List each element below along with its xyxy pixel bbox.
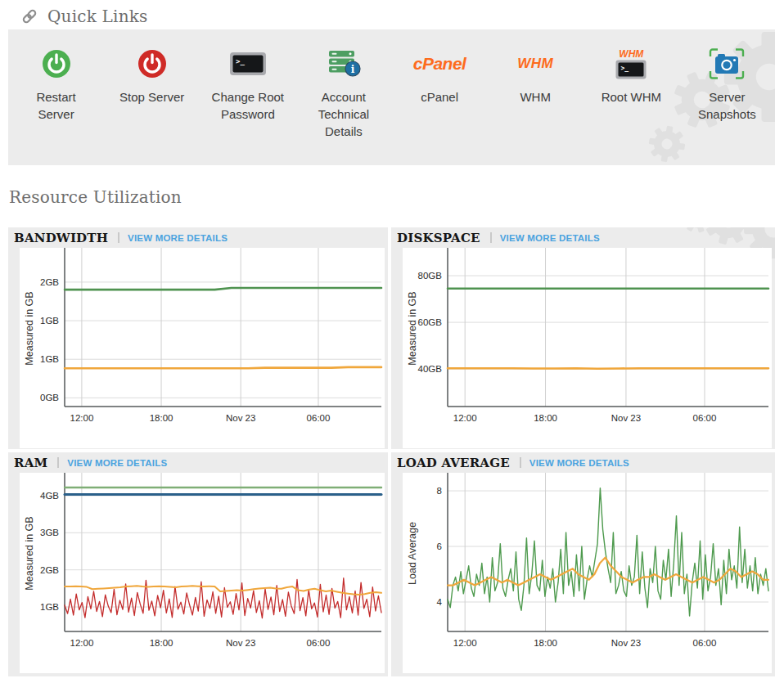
terminal-icon: >_	[200, 45, 295, 83]
header-divider	[520, 457, 521, 468]
quick-link-root-whm[interactable]: WHM >_ Root WHM	[583, 45, 679, 140]
load-average-chart: 86412:0018:00Nov 2306:00Load Average	[403, 473, 772, 673]
svg-text:6: 6	[437, 541, 442, 551]
diskspace-panel: DISKSPACE VIEW MORE DETAILS 80GB60GB40GB…	[391, 227, 775, 449]
quick-link-label: Account Technical Details	[304, 88, 383, 140]
power-stop-icon	[104, 45, 200, 83]
quick-link-label: Change Root Password	[209, 88, 287, 123]
chart-header: DISKSPACE VIEW MORE DETAILS	[391, 227, 775, 248]
quick-link-cpanel[interactable]: cPanel cPanel	[392, 45, 488, 140]
cpanel-logo: cPanel	[392, 45, 488, 83]
quick-link-restart-server[interactable]: Restart Server	[8, 45, 104, 140]
quick-link-account-technical-details[interactable]: i Account Technical Details	[295, 45, 391, 140]
ram-chart: 4GB3GB2GB1GB12:0018:00Nov 2306:00Measure…	[20, 473, 385, 673]
quick-link-label: Server Snapshots	[687, 88, 766, 123]
ram-panel: RAM VIEW MORE DETAILS 4GB3GB2GB1GB12:001…	[8, 452, 388, 676]
quick-links-grid: Restart Server Stop Server >_ Change	[8, 29, 775, 140]
view-more-details-link[interactable]: VIEW MORE DETAILS	[500, 233, 600, 243]
svg-text:1GB: 1GB	[40, 354, 59, 364]
header-divider	[57, 457, 59, 468]
svg-text:8: 8	[437, 486, 442, 496]
svg-text:2GB: 2GB	[40, 565, 59, 575]
whm-logo: WHM	[488, 45, 583, 83]
svg-text:06:00: 06:00	[307, 413, 331, 423]
svg-text:18:00: 18:00	[534, 638, 557, 648]
header-divider	[490, 232, 492, 243]
quick-link-label: Root WHM	[592, 88, 670, 106]
svg-text:12:00: 12:00	[453, 413, 477, 423]
bandwidth-panel: BANDWIDTH VIEW MORE DETAILS 2GB1GB1GB0GB…	[8, 227, 388, 449]
view-more-details-link[interactable]: VIEW MORE DETAILS	[529, 458, 629, 468]
svg-text:4GB: 4GB	[40, 491, 59, 501]
header-divider	[118, 232, 119, 243]
svg-text:12:00: 12:00	[70, 413, 94, 423]
svg-text:18:00: 18:00	[534, 413, 557, 423]
svg-text:i: i	[351, 64, 355, 75]
quick-link-label: Restart Server	[17, 88, 96, 123]
server-info-icon: i	[295, 45, 391, 83]
svg-text:18:00: 18:00	[150, 638, 173, 648]
quick-link-label: WHM	[496, 88, 574, 106]
svg-text:Load Average: Load Average	[407, 522, 418, 585]
svg-text:0GB: 0GB	[40, 393, 59, 402]
view-more-details-link[interactable]: VIEW MORE DETAILS	[67, 458, 167, 468]
svg-text:80GB: 80GB	[418, 271, 443, 281]
chart-header: RAM VIEW MORE DETAILS	[8, 452, 388, 473]
svg-text:4: 4	[437, 597, 443, 607]
svg-text:>_: >_	[236, 57, 245, 65]
svg-text:Measured in GB: Measured in GB	[24, 516, 35, 590]
camera-snapshot-icon	[679, 45, 775, 83]
svg-text:18:00: 18:00	[150, 413, 173, 423]
svg-text:3GB: 3GB	[40, 528, 59, 537]
load-average-panel: LOAD AVERAGE VIEW MORE DETAILS 86412:001…	[391, 452, 775, 676]
svg-text:12:00: 12:00	[453, 638, 477, 648]
chart-box: 2GB1GB1GB0GB12:0018:00Nov 2306:00Measure…	[20, 248, 385, 448]
svg-text:40GB: 40GB	[418, 364, 443, 374]
svg-text:Measured in GB: Measured in GB	[24, 291, 35, 365]
svg-text:06:00: 06:00	[693, 638, 717, 648]
svg-text:1GB: 1GB	[40, 316, 59, 326]
svg-text:12:00: 12:00	[70, 638, 94, 648]
chart-box: 80GB60GB40GB12:0018:00Nov 2306:00Measure…	[403, 248, 772, 448]
chart-title: LOAD AVERAGE	[397, 456, 510, 470]
quick-link-stop-server[interactable]: Stop Server	[104, 45, 200, 140]
power-restart-icon	[8, 45, 104, 83]
page-title: Quick Links	[47, 7, 148, 26]
quick-link-label: Stop Server	[113, 88, 191, 106]
chart-header: BANDWIDTH VIEW MORE DETAILS	[8, 227, 388, 248]
svg-text:06:00: 06:00	[693, 413, 717, 423]
svg-text:Measured in GB: Measured in GB	[407, 291, 418, 365]
bandwidth-chart: 2GB1GB1GB0GB12:0018:00Nov 2306:00Measure…	[20, 248, 385, 448]
svg-text:60GB: 60GB	[418, 317, 443, 327]
page-header: Quick Links	[21, 7, 148, 26]
chart-title: DISKSPACE	[397, 231, 480, 245]
chart-title: BANDWIDTH	[14, 231, 108, 245]
chart-box: 4GB3GB2GB1GB12:0018:00Nov 2306:00Measure…	[20, 473, 385, 673]
link-icon	[21, 8, 38, 25]
quick-link-server-snapshots[interactable]: Server Snapshots	[679, 45, 775, 140]
view-more-details-link[interactable]: VIEW MORE DETAILS	[128, 233, 228, 243]
section-title: Resource Utilization	[9, 187, 182, 207]
svg-text:Nov 23: Nov 23	[611, 638, 641, 648]
svg-text:2GB: 2GB	[40, 277, 59, 287]
quick-link-change-root-password[interactable]: >_ Change Root Password	[200, 45, 295, 140]
quick-links-panel: Restart Server Stop Server >_ Change	[8, 29, 775, 165]
quick-link-whm[interactable]: WHM WHM	[488, 45, 583, 140]
diskspace-chart: 80GB60GB40GB12:0018:00Nov 2306:00Measure…	[403, 248, 772, 448]
quick-link-label: cPanel	[400, 88, 479, 106]
svg-text:06:00: 06:00	[307, 638, 331, 648]
svg-text:Nov 23: Nov 23	[226, 413, 255, 423]
svg-text:Nov 23: Nov 23	[611, 413, 641, 423]
svg-text:1GB: 1GB	[40, 602, 59, 612]
chart-header: LOAD AVERAGE VIEW MORE DETAILS	[391, 452, 775, 473]
whm-terminal-icon: WHM >_	[583, 45, 679, 83]
svg-text:>_: >_	[621, 64, 629, 71]
svg-text:Nov 23: Nov 23	[226, 638, 255, 648]
chart-box: 86412:0018:00Nov 2306:00Load Average	[403, 473, 772, 673]
chart-title: RAM	[14, 456, 47, 470]
